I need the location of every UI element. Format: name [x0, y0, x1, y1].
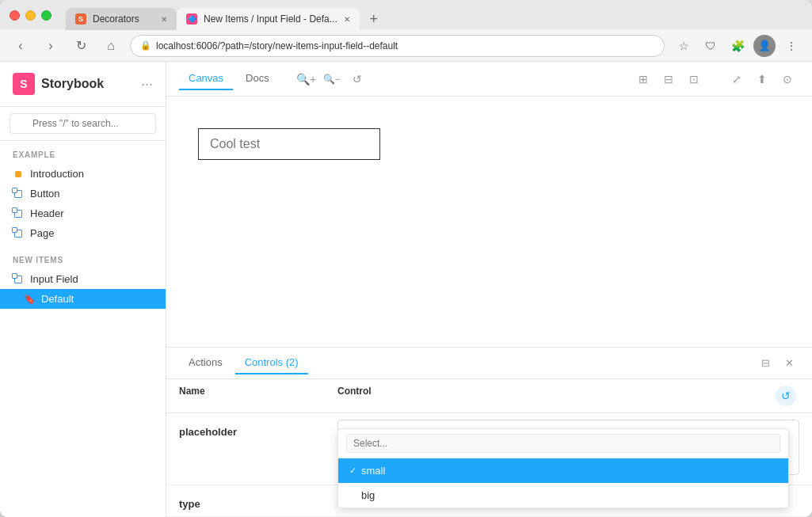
search-input[interactable] [10, 113, 156, 134]
sidebar-item-default[interactable]: 🔖 Default [0, 289, 166, 309]
section-label-example: EXAMPLE [0, 147, 166, 164]
menu-button[interactable]: ⋮ [780, 35, 802, 57]
section-label-new-items: NEW ITEMS [0, 253, 166, 269]
open-in-new-tab-button[interactable]: ⬆ [750, 67, 774, 91]
input-field-component-icon [13, 274, 24, 285]
copy-link-button[interactable]: ⊙ [776, 67, 799, 91]
toolbar-icons-right: ⊞ ⊟ ⊡ ⤢ ⬆ ⊙ [631, 67, 799, 91]
storybook-logo-icon: S [13, 73, 35, 95]
col-header-control: Control [337, 386, 776, 406]
search-box: 🔍 [0, 107, 166, 141]
zoom-in-button[interactable]: 🔍+ [295, 67, 318, 91]
controls-tab[interactable]: Controls (2) [235, 352, 308, 374]
controls-panel-button[interactable]: ⊟ [755, 353, 776, 374]
page-component-icon [13, 228, 24, 239]
dropdown-option-big[interactable]: ✓ big [338, 483, 788, 507]
address-input[interactable]: 🔒 localhost:6006/?path=/story/new-items-… [130, 35, 665, 57]
sidebar-item-introduction-label: Introduction [30, 168, 84, 180]
actions-tab[interactable]: Actions [179, 352, 232, 374]
sidebar-menu-button[interactable]: ··· [141, 76, 153, 93]
tab1-label: Decorators [93, 13, 139, 25]
app-container: S Storybook ··· 🔍 EXAMPLE Introduction [0, 62, 812, 517]
search-wrap: 🔍 [10, 113, 156, 134]
sidebar-section-new-items: NEW ITEMS Input Field 🔖 Default [0, 246, 166, 312]
bookmark-star-button[interactable]: ☆ [673, 35, 695, 57]
address-bar: ‹ › ↻ ⌂ 🔒 localhost:6006/?path=/story/ne… [0, 30, 812, 62]
back-button[interactable]: ‹ [10, 35, 32, 57]
type-row: type ✓ small [166, 485, 812, 517]
button-component-icon [13, 188, 24, 200]
dropdown-search [338, 429, 788, 458]
browser-tab-1[interactable]: S Decorators ✕ [66, 8, 177, 30]
tabs-bar: S Decorators ✕ 🔷 New Items / Input Field… [66, 0, 802, 30]
dropdown-option-small[interactable]: ✓ small [338, 458, 788, 483]
placeholder-label: placeholder [179, 420, 337, 438]
controls-panel: Actions Controls (2) ⊟ ✕ Name Control ↺ [166, 347, 812, 517]
reload-button[interactable]: ↻ [70, 35, 92, 57]
introduction-icon [13, 169, 24, 180]
controls-body: Name Control ↺ placeholder Cool test [166, 379, 812, 517]
preview-input-field[interactable] [198, 128, 380, 160]
sidebar-item-button-label: Button [30, 188, 60, 200]
controls-right-icons: ⊟ ✕ [755, 353, 799, 374]
reset-all-button[interactable]: ↺ [776, 386, 796, 406]
main-content: Canvas Docs 🔍+ 🔍− ↺ ⊞ ⊟ ⊡ ⤢ ⬆ ⊙ [166, 62, 812, 517]
panel-view-button[interactable]: ⊡ [682, 67, 706, 91]
sidebar-item-page[interactable]: Page [0, 223, 166, 243]
new-tab-button[interactable]: + [363, 8, 385, 30]
title-bar: S Decorators ✕ 🔷 New Items / Input Field… [0, 0, 812, 30]
tab1-close[interactable]: ✕ [161, 15, 167, 24]
tab1-icon: S [75, 13, 86, 25]
browser-window: S Decorators ✕ 🔷 New Items / Input Field… [0, 0, 812, 517]
sidebar-header: S Storybook ··· [0, 62, 166, 107]
tab2-icon: 🔷 [186, 13, 197, 25]
minimize-button[interactable] [25, 10, 36, 21]
zoom-out-button[interactable]: 🔍− [320, 67, 344, 91]
sidebar-logo: S Storybook [13, 73, 104, 95]
fullscreen-button[interactable]: ⤢ [725, 67, 749, 91]
tab2-label: New Items / Input Field - Defa... [204, 13, 337, 25]
dropdown-option-big-label: big [361, 489, 375, 501]
sidebar-item-default-label: Default [41, 293, 74, 305]
controls-close-button[interactable]: ✕ [779, 353, 799, 374]
col-header-name: Name [179, 386, 337, 406]
sidebar-section-example: EXAMPLE Introduction Button Header Page [0, 141, 166, 246]
type-label: type [179, 492, 337, 510]
home-button[interactable]: ⌂ [100, 35, 122, 57]
zoom-reset-button[interactable]: ↺ [345, 67, 369, 91]
controls-table-header: Name Control ↺ [166, 379, 812, 413]
dropdown-search-input[interactable] [346, 434, 780, 453]
forward-button[interactable]: › [40, 35, 62, 57]
sidebar-item-introduction[interactable]: Introduction [0, 164, 166, 184]
extensions-button[interactable]: 🧩 [726, 35, 749, 57]
controls-tabs: Actions Controls (2) ⊟ ✕ [166, 348, 812, 379]
sidebar-item-header[interactable]: Header [0, 203, 166, 223]
default-story-bookmark-icon: 🔖 [24, 294, 35, 305]
lock-icon: 🔒 [140, 40, 151, 51]
traffic-lights [10, 10, 51, 21]
maximize-button[interactable] [41, 10, 51, 21]
sidebar-item-button[interactable]: Button [0, 184, 166, 203]
storybook-logo-text: Storybook [41, 77, 104, 91]
sidebar-item-input-field-label: Input Field [30, 273, 78, 285]
tab2-close[interactable]: ✕ [344, 15, 350, 24]
header-component-icon [13, 208, 24, 219]
profile-button[interactable]: 👤 [753, 35, 776, 57]
canvas-toolbar: Canvas Docs 🔍+ 🔍− ↺ ⊞ ⊟ ⊡ ⤢ ⬆ ⊙ [166, 62, 812, 97]
sidebar-item-page-label: Page [30, 227, 54, 239]
sidebar-item-input-field[interactable]: Input Field [0, 269, 166, 289]
toolbar-icons-left: 🔍+ 🔍− ↺ [295, 67, 369, 91]
type-dropdown: ✓ small ✓ big [337, 428, 789, 508]
sidebar: S Storybook ··· 🔍 EXAMPLE Introduction [0, 62, 166, 517]
dropdown-option-small-label: small [361, 465, 385, 477]
browser-tab-2[interactable]: 🔷 New Items / Input Field - Defa... ✕ [177, 8, 360, 30]
close-button[interactable] [10, 10, 20, 21]
extension-bitwarden-button[interactable]: 🛡 [700, 35, 722, 57]
grid-view-button[interactable]: ⊟ [657, 67, 680, 91]
checkmark-icon: ✓ [349, 466, 356, 476]
docs-tab[interactable]: Docs [236, 67, 279, 90]
responsive-view-button[interactable]: ⊞ [631, 67, 655, 91]
canvas-tab[interactable]: Canvas [179, 67, 233, 90]
browser-right-icons: ☆ 🛡 🧩 👤 ⋮ [673, 35, 802, 57]
preview-area [166, 97, 812, 347]
